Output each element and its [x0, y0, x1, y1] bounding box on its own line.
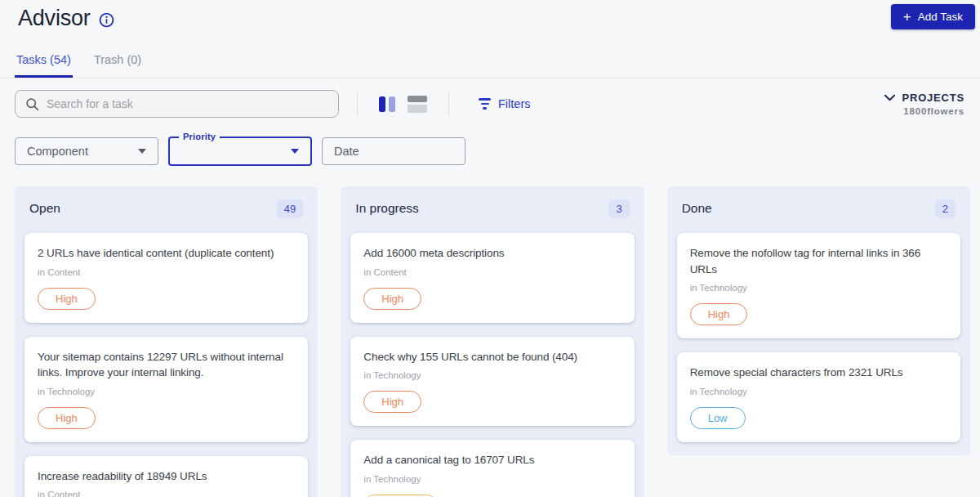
add-task-label: Add Task — [918, 11, 963, 23]
component-select-label: Component — [27, 145, 88, 158]
column-title: Open — [29, 201, 60, 216]
card-category: in Technology — [38, 387, 295, 396]
card-category: in Technology — [690, 283, 947, 293]
search-input[interactable] — [47, 97, 328, 110]
page-header: Advisor + Add Task — [0, 0, 980, 31]
priority-badge: High — [363, 391, 421, 413]
date-input-label: Date — [334, 145, 359, 158]
task-card[interactable]: Remove special characters from 2321 URLs… — [677, 352, 960, 442]
card-category: in Technology — [363, 474, 621, 484]
tab-tasks[interactable]: Tasks (54) — [15, 53, 73, 78]
date-input[interactable]: Date — [322, 137, 466, 165]
kanban-view-icon[interactable] — [379, 96, 395, 112]
column-count-badge: 3 — [608, 199, 629, 218]
caret-down-icon — [138, 149, 146, 154]
task-card[interactable]: Your sitemap contains 12297 URLs without… — [24, 337, 308, 442]
task-card[interactable]: Increase readability of 18949 URLs in Co… — [24, 456, 308, 497]
projects-panel: PROJECTS 1800flowers — [884, 92, 964, 116]
card-title: Add 16000 meta descriptions — [363, 245, 621, 262]
card-category: in Technology — [690, 387, 947, 396]
column-count-badge: 49 — [277, 199, 303, 218]
card-title: Add a canonical tag to 16707 URLs — [363, 452, 621, 468]
task-card[interactable]: Add a canonical tag to 16707 URLs in Tec… — [350, 440, 634, 497]
toolbar: Filters PROJECTS 1800flowers — [15, 90, 964, 118]
card-title: Remove special characters from 2321 URLs — [690, 365, 947, 381]
task-card[interactable]: 2 URLs have identical content (duplicate… — [24, 233, 308, 323]
projects-label: PROJECTS — [902, 92, 964, 104]
card-title: Remove the nofollow tag for internal lin… — [690, 245, 947, 277]
card-title: Check why 155 URLs cannot be found (404) — [363, 349, 621, 365]
task-card[interactable]: Check why 155 URLs cannot be found (404)… — [350, 337, 634, 427]
component-select[interactable]: Component — [15, 137, 158, 165]
chevron-down-icon — [884, 94, 895, 101]
project-name: 1800flowers — [903, 106, 964, 116]
priority-badge: High — [38, 407, 96, 429]
list-view-icon[interactable] — [408, 96, 427, 113]
column-title: In progress — [355, 201, 419, 216]
column-open: Open 49 2 URLs have identical content (d… — [15, 186, 318, 497]
search-box[interactable] — [15, 90, 339, 118]
column-count-badge: 2 — [935, 199, 956, 218]
tab-trash[interactable]: Trash (0) — [92, 53, 143, 78]
card-category: in Content — [38, 267, 295, 277]
divider — [448, 92, 449, 116]
task-card[interactable]: Remove the nofollow tag for internal lin… — [677, 233, 960, 338]
priority-select-label: Priority — [179, 132, 220, 141]
add-task-button[interactable]: + Add Task — [891, 4, 975, 29]
column-done: Done 2 Remove the nofollow tag for inter… — [667, 186, 970, 455]
priority-badge: High — [690, 303, 748, 325]
page-title: Advisor — [18, 6, 91, 31]
card-title: 2 URLs have identical content (duplicate… — [38, 245, 295, 262]
task-card[interactable]: Add 16000 meta descriptions in Content H… — [350, 233, 634, 323]
column-title: Done — [682, 201, 712, 216]
filters-label: Filters — [498, 97, 530, 110]
priority-badge: High — [363, 288, 421, 310]
card-category: in Content — [38, 490, 295, 497]
card-category: in Technology — [363, 370, 621, 380]
card-title: Your sitemap contains 12297 URLs without… — [38, 349, 295, 381]
filter-icon — [479, 98, 491, 110]
column-in-progress: In progress 3 Add 16000 meta description… — [341, 186, 644, 497]
plus-icon: + — [903, 10, 911, 24]
priority-badge: Low — [690, 407, 746, 429]
priority-select[interactable]: Priority — [168, 137, 312, 166]
filters-button[interactable]: Filters — [479, 97, 530, 110]
caret-down-icon — [291, 149, 299, 154]
divider — [357, 92, 358, 116]
tab-bar: Tasks (54) Trash (0) — [0, 53, 980, 78]
kanban-board: Open 49 2 URLs have identical content (d… — [0, 186, 980, 497]
priority-badge: High — [38, 288, 96, 310]
projects-toggle[interactable]: PROJECTS — [884, 92, 964, 104]
card-category: in Content — [363, 267, 621, 277]
info-icon[interactable] — [99, 12, 114, 28]
filter-row: Component Priority Date — [15, 137, 980, 166]
search-icon — [25, 97, 39, 111]
card-title: Increase readability of 18949 URLs — [38, 468, 295, 485]
